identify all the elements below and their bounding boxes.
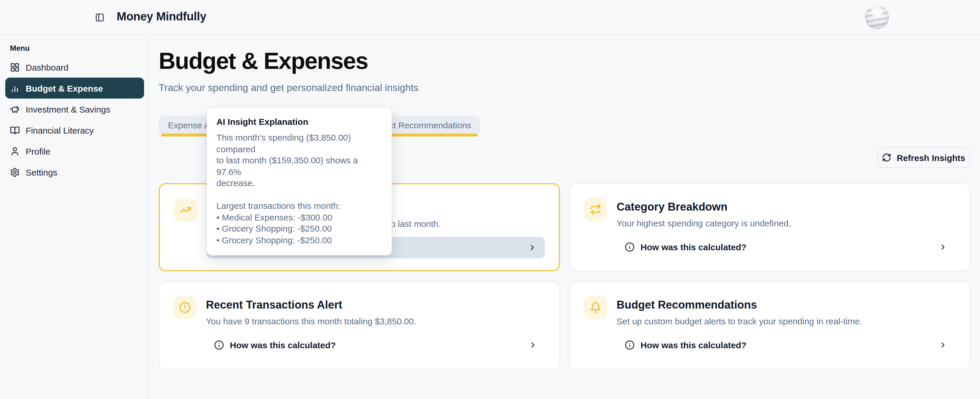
gear-icon <box>10 167 20 177</box>
app-root: Money Mindfully Menu Dashboard Budget & … <box>0 0 980 399</box>
sidebar-item-budget-expense[interactable]: Budget & Expense <box>5 78 144 99</box>
card-title: Budget Recommendations <box>617 299 757 312</box>
sidebar-item-label: Budget & Expense <box>25 83 103 93</box>
how-calculated-label: How was this calculated? <box>641 340 746 350</box>
sidebar-item-dashboard[interactable]: Dashboard <box>0 57 149 78</box>
info-icon <box>214 340 224 350</box>
app-title: Money Mindfully <box>117 10 206 23</box>
card-title: Recent Transactions Alert <box>206 299 342 312</box>
sidebar-item-investment-savings[interactable]: Investment & Savings <box>0 99 149 119</box>
popover-title: AI Insight Explanation <box>216 117 382 127</box>
card-subtitle: You have 9 transactions this month total… <box>206 316 416 326</box>
sidebar-menu-label: Menu <box>10 44 30 52</box>
how-calculated-row[interactable]: How was this calculated? <box>617 334 956 356</box>
card-icon-tile <box>173 296 197 319</box>
sidebar-item-financial-literacy[interactable]: Financial Literacy <box>0 119 149 141</box>
chevron-right-icon <box>939 243 947 251</box>
page-subtitle: Track your spending and get personalized… <box>159 82 418 94</box>
how-calculated-row[interactable]: How was this calculated? <box>206 334 546 356</box>
card-icon-tile <box>584 198 607 221</box>
panel-left-icon <box>95 13 104 22</box>
sidebar-item-profile[interactable]: Profile <box>0 141 149 162</box>
how-calculated-label: How was this calculated? <box>641 242 746 252</box>
info-icon <box>625 242 635 252</box>
top-header: Money Mindfully <box>0 0 980 35</box>
ai-insight-popover: AI Insight Explanation This month's spen… <box>207 107 392 256</box>
sidebar-item-label: Financial Literacy <box>25 125 94 135</box>
sidebar-item-label: Profile <box>25 146 51 156</box>
refresh-icon <box>882 153 891 162</box>
chevron-right-icon <box>528 243 537 252</box>
chevron-right-icon <box>939 341 947 350</box>
book-open-icon <box>10 125 20 135</box>
sidebar-nav: Dashboard Budget & Expense Investment & … <box>0 57 149 183</box>
sidebar-toggle-button[interactable] <box>95 13 104 22</box>
alert-circle-icon <box>179 302 191 313</box>
card-category-breakdown: Category Breakdown Your highest spending… <box>570 183 970 271</box>
chevron-right-icon <box>528 341 537 350</box>
user-icon <box>10 146 20 156</box>
how-calculated-label: How was this calculated? <box>230 340 336 350</box>
sidebar-item-settings[interactable]: Settings <box>0 162 149 183</box>
refresh-insights-button[interactable]: Refresh Insights <box>877 147 970 168</box>
repeat-icon <box>590 203 601 215</box>
refresh-insights-label: Refresh Insights <box>897 153 965 162</box>
card-recent-transactions-alert: Recent Transactions Alert You have 9 tra… <box>159 281 560 370</box>
bell-icon <box>590 302 601 313</box>
card-subtitle: Set up custom budget alerts to track you… <box>617 316 862 326</box>
card-title: Category Breakdown <box>617 201 727 213</box>
dashboard-grid-icon <box>10 62 20 72</box>
main-content: Budget & Expenses Track your spending an… <box>149 35 980 399</box>
info-icon <box>625 340 635 350</box>
piggy-bank-icon <box>10 104 20 114</box>
sidebar-item-label: Settings <box>25 167 57 177</box>
sidebar-item-label: Investment & Savings <box>25 104 110 114</box>
avatar[interactable] <box>865 5 889 29</box>
trending-up-icon <box>180 204 191 216</box>
card-budget-recommendations: Budget Recommendations Set up custom bud… <box>570 281 970 370</box>
bar-chart-icon <box>10 83 20 93</box>
card-icon-tile <box>174 198 197 222</box>
page-title: Budget & Expenses <box>159 48 368 73</box>
card-icon-tile <box>584 296 607 319</box>
sidebar-item-label: Dashboard <box>25 62 68 72</box>
how-calculated-row[interactable]: How was this calculated? <box>617 236 956 258</box>
sidebar: Menu Dashboard Budget & Expense Investme… <box>0 35 149 399</box>
popover-body: This month's spending ($3,850.00) compar… <box>216 132 382 246</box>
card-subtitle: Your highest spending category is undefi… <box>617 218 791 228</box>
